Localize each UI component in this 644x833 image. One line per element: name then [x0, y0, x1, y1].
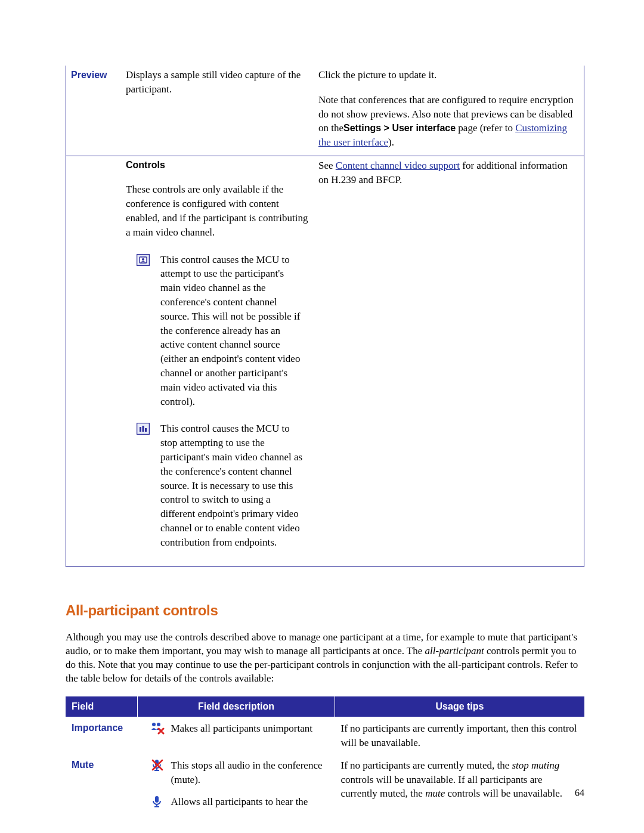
mute-desc1: This stops all audio in the conference (…: [171, 758, 329, 787]
preview-tip2: Note that conferences that are configure…: [318, 93, 578, 150]
table-preview-controls: Preview Displays a sample still video ca…: [66, 66, 584, 567]
controls-item1: This control causes the MCU to attempt t…: [160, 253, 309, 409]
document-page: Preview Displays a sample still video ca…: [0, 0, 644, 833]
th-field: Field: [66, 696, 138, 717]
section-paragraph: Although you may use the controls descri…: [66, 631, 584, 686]
svg-rect-4: [140, 427, 141, 432]
content-channel-link[interactable]: Content channel video support: [336, 160, 460, 171]
controls-label: Controls: [126, 159, 309, 172]
svg-point-2: [142, 258, 144, 261]
importance-label: Importance: [66, 717, 138, 754]
table-row: Mute This s: [66, 754, 584, 816]
mute-desc2: Allows all participants to hear the: [171, 795, 329, 809]
unmute-all-icon: [151, 799, 163, 810]
svg-rect-10: [156, 768, 157, 770]
importance-desc: Makes all participants unimportant: [171, 721, 329, 736]
preview-tip1: Click the picture to update it.: [318, 68, 578, 82]
controls-desc: These controls are only available if the…: [126, 182, 309, 239]
page-number: 64: [575, 786, 584, 800]
svg-rect-11: [154, 770, 159, 771]
all-participant-table: Field Field description Usage tips Impor…: [66, 696, 584, 816]
svg-rect-6: [145, 428, 147, 432]
stop-content-icon: [137, 423, 150, 439]
svg-rect-12: [155, 796, 159, 803]
svg-rect-5: [143, 426, 144, 432]
svg-point-8: [157, 723, 160, 726]
section-title: All-participant controls: [66, 600, 584, 621]
unimportant-all-icon: [150, 726, 165, 737]
svg-rect-14: [154, 806, 159, 807]
th-field-desc: Field description: [138, 696, 335, 717]
th-usage-tips: Usage tips: [335, 696, 585, 717]
svg-rect-13: [156, 804, 157, 806]
mute-label: Mute: [66, 754, 138, 816]
table-row: Importance: [66, 717, 584, 754]
importance-tip: If no participants are currently importa…: [335, 717, 585, 754]
controls-item2: This control causes the MCU to stop atte…: [160, 422, 309, 549]
svg-point-7: [152, 723, 156, 726]
controls-tip: See Content channel video support for ad…: [318, 160, 568, 185]
use-as-content-icon: [137, 254, 150, 270]
mute-tip: If no participants are currently muted, …: [335, 754, 585, 816]
mute-all-icon: [151, 763, 164, 774]
preview-label: Preview: [71, 70, 107, 80]
preview-desc: Displays a sample still video capture of…: [126, 69, 301, 95]
